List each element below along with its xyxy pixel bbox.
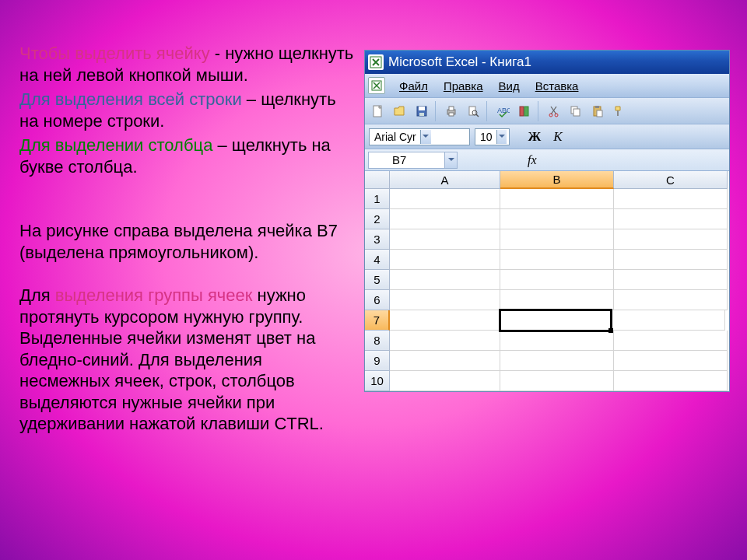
toolbar-formatting: Arial Cyr 10 Ж К: [365, 124, 729, 149]
select-all-button[interactable]: [365, 171, 390, 189]
col-header-b[interactable]: B: [500, 171, 614, 189]
cell[interactable]: [500, 270, 614, 290]
save-button[interactable]: [412, 101, 432, 121]
excel-window: Microsoft Excel - Книга1 Файл Правка Вид…: [364, 50, 730, 392]
cell[interactable]: [500, 229, 614, 250]
row-header[interactable]: 6: [365, 290, 390, 310]
font-size-dropdown[interactable]: 10: [475, 128, 510, 145]
copy-button[interactable]: [566, 101, 586, 121]
svg-rect-20: [595, 106, 599, 108]
italic-button[interactable]: К: [549, 128, 567, 146]
row-header[interactable]: 3: [365, 229, 390, 250]
row-header[interactable]: 9: [365, 351, 390, 371]
cell[interactable]: [390, 229, 500, 250]
cell[interactable]: [390, 371, 500, 391]
menu-file[interactable]: Файл: [391, 77, 436, 95]
separator-icon: [435, 101, 438, 121]
cell[interactable]: [500, 351, 614, 371]
row-header[interactable]: 10: [365, 371, 390, 391]
menu-edit[interactable]: Правка: [436, 77, 491, 95]
cell[interactable]: [390, 331, 500, 351]
separator-icon: [538, 101, 541, 121]
svg-rect-13: [520, 107, 524, 116]
spell-button[interactable]: ABC: [493, 101, 513, 121]
svg-rect-4: [419, 107, 425, 110]
row-header[interactable]: 5: [365, 270, 390, 290]
svg-rect-21: [597, 110, 602, 117]
svg-text:ABC: ABC: [497, 107, 510, 114]
example-text: На рисунке справа выделена ячейка В7 (вы…: [19, 220, 354, 263]
cell[interactable]: [614, 331, 728, 351]
row-header[interactable]: 4: [365, 250, 390, 270]
open-button[interactable]: [390, 101, 410, 121]
dropdown-arrow-icon[interactable]: [420, 130, 431, 144]
cell[interactable]: [614, 351, 728, 371]
menu-insert[interactable]: Вставка: [528, 77, 587, 95]
cell[interactable]: [390, 250, 500, 270]
cell[interactable]: [500, 290, 614, 310]
workbook-icon[interactable]: [368, 77, 385, 94]
worksheet-grid: A B C 1 2 3 4 5 6 7 8 9 10: [365, 171, 729, 391]
svg-rect-8: [449, 113, 454, 116]
col-header-a[interactable]: A: [390, 171, 500, 189]
cell[interactable]: [614, 229, 728, 250]
window-title: Microsoft Excel - Книга1: [388, 54, 531, 70]
preview-button[interactable]: [463, 101, 483, 121]
svg-line-11: [476, 114, 479, 117]
col-header-c[interactable]: C: [614, 171, 728, 189]
group-select-label: выделения группы ячеек: [55, 285, 253, 305]
cell[interactable]: [500, 250, 614, 270]
excel-app-icon: [368, 54, 384, 70]
row-header[interactable]: 7: [365, 310, 390, 331]
row-select-label: Для выделения всей строки: [19, 89, 242, 109]
cell[interactable]: [614, 290, 728, 310]
dropdown-arrow-icon[interactable]: [444, 152, 457, 168]
cell[interactable]: [614, 209, 728, 229]
menu-view[interactable]: Вид: [491, 77, 528, 95]
cell[interactable]: [500, 189, 614, 209]
separator-icon: [486, 101, 489, 121]
new-button[interactable]: [368, 101, 388, 121]
menubar: Файл Правка Вид Вставка: [365, 74, 729, 98]
name-box[interactable]: B7: [368, 152, 458, 169]
cell[interactable]: [390, 310, 500, 331]
paste-button[interactable]: [587, 101, 608, 121]
col-select-label: Для выделении столбца: [19, 135, 212, 155]
svg-rect-18: [573, 109, 580, 116]
svg-rect-14: [524, 107, 528, 116]
cell[interactable]: [500, 331, 614, 351]
cell[interactable]: [500, 371, 614, 391]
cell[interactable]: [614, 250, 728, 270]
toolbar-standard: ABC: [365, 98, 729, 124]
selected-cell[interactable]: [499, 309, 612, 332]
cell[interactable]: [614, 371, 728, 391]
cell[interactable]: [390, 189, 500, 209]
print-button[interactable]: [441, 101, 461, 121]
cell[interactable]: [500, 209, 614, 229]
formula-bar: B7 fx: [365, 149, 729, 171]
bold-button[interactable]: Ж: [525, 128, 544, 146]
cell[interactable]: [612, 310, 725, 331]
instruction-text: Чтобы выделить ячейку - нужно щелкнуть н…: [19, 43, 354, 438]
font-name-dropdown[interactable]: Arial Cyr: [369, 128, 470, 145]
cell[interactable]: [390, 351, 500, 371]
research-button[interactable]: [514, 101, 535, 121]
cut-button[interactable]: [544, 101, 564, 121]
row-header[interactable]: 2: [365, 209, 390, 229]
row-header[interactable]: 1: [365, 189, 390, 209]
format-painter-button[interactable]: [609, 101, 630, 121]
cell[interactable]: [390, 209, 500, 229]
cell[interactable]: [614, 189, 728, 209]
svg-rect-7: [449, 107, 454, 110]
svg-rect-5: [419, 113, 424, 116]
dropdown-arrow-icon[interactable]: [496, 130, 507, 144]
titlebar[interactable]: Microsoft Excel - Книга1: [365, 51, 729, 74]
row-header[interactable]: 8: [365, 331, 390, 351]
cell[interactable]: [614, 270, 728, 290]
cell-select-label: Чтобы выделить ячейку: [19, 44, 210, 63]
cell[interactable]: [390, 290, 500, 310]
cell[interactable]: [390, 270, 500, 290]
fx-label[interactable]: fx: [528, 153, 537, 167]
